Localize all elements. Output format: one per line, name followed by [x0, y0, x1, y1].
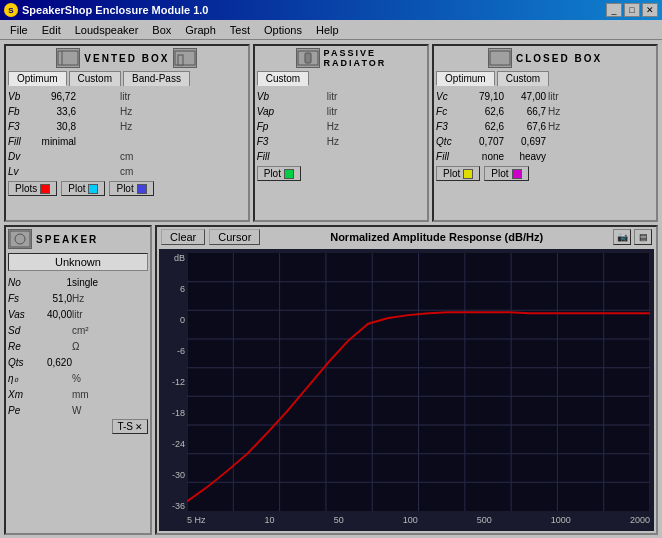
closed-tab-optimum[interactable]: Optimum: [436, 71, 495, 86]
vented-plot-btn-3[interactable]: Plot: [109, 181, 153, 196]
closed-row-qtc: Qtc 0,707 0,697: [436, 134, 654, 148]
title-bar-left: S SpeakerShop Enclosure Module 1.0: [4, 3, 208, 17]
vented-tab-custom[interactable]: Custom: [69, 71, 121, 86]
speaker-header: SPEAKER: [8, 229, 148, 249]
speaker-title: SPEAKER: [36, 234, 98, 245]
vented-opt-f3: 30,8: [36, 121, 78, 132]
closed-data: Vc 79,10 47,00 litr Fc 62,6 66,7 Hz F3 6…: [436, 89, 654, 163]
passive-radiator-panel: PASSIVERADIATOR Custom Vb litr Vap litr …: [253, 44, 429, 222]
vented-label-fb: Fb: [8, 106, 36, 117]
passive-data: Vb litr Vap litr Fp Hz F3 Hz: [257, 89, 425, 163]
menu-graph[interactable]: Graph: [179, 23, 222, 37]
closed-box-panel: CLOSED BOX Optimum Custom Vc 79,10 47,00…: [432, 44, 658, 222]
passive-plot-row: Plot: [257, 166, 425, 181]
y-label-n30: -30: [161, 470, 187, 480]
x-label-50: 50: [334, 515, 344, 525]
x-label-5hz: 5 Hz: [187, 515, 206, 525]
passive-plot-btn[interactable]: Plot: [257, 166, 301, 181]
title-bar: S SpeakerShop Enclosure Module 1.0 _ □ ✕: [0, 0, 662, 20]
passive-plot-color: [284, 169, 294, 179]
passive-tab-custom[interactable]: Custom: [257, 71, 309, 86]
closed-plot-btn-2[interactable]: Plot: [484, 166, 528, 181]
speaker-row-no: η₀ %: [8, 371, 148, 385]
app-icon: S: [4, 3, 18, 17]
x-label-100: 100: [403, 515, 418, 525]
x-label-1000: 1000: [551, 515, 571, 525]
closed-tab-custom[interactable]: Custom: [497, 71, 549, 86]
x-labels: 5 Hz 10 50 100 500 1000 2000: [187, 511, 650, 529]
graph-icons: 📷 ▤: [613, 229, 652, 245]
speaker-row-no: No 1 single: [8, 275, 148, 289]
passive-row-f3: F3 Hz: [257, 134, 425, 148]
vented-unit-lv: cm: [120, 166, 144, 177]
menu-edit[interactable]: Edit: [36, 23, 67, 37]
vented-box-tabs: Optimum Custom Band-Pass: [8, 71, 246, 86]
graph-settings-icon[interactable]: ▤: [634, 229, 652, 245]
closed-row-vc: Vc 79,10 47,00 litr: [436, 89, 654, 103]
vented-label-f3: F3: [8, 121, 36, 132]
vented-box-header: VENTED BOX: [8, 48, 246, 68]
vented-plot-btn-2[interactable]: Plot: [61, 181, 105, 196]
y-label-n36: -36: [161, 501, 187, 511]
cursor-button[interactable]: Cursor: [209, 229, 260, 245]
vented-box-icon: [56, 48, 80, 68]
ts-label: T-S: [117, 421, 133, 432]
main-content: VENTED BOX Optimum Custom Band-Pass Vb 9…: [0, 40, 662, 538]
graph-title: Normalized Amplitude Response (dB/Hz): [264, 231, 609, 243]
graph-svg: [187, 253, 650, 511]
svg-rect-3: [178, 55, 183, 65]
boxes-row: VENTED BOX Optimum Custom Band-Pass Vb 9…: [4, 44, 658, 222]
y-label-n24: -24: [161, 439, 187, 449]
menu-file[interactable]: File: [4, 23, 34, 37]
vented-row-fb: Fb 33,6 Hz: [8, 104, 246, 118]
x-label-10: 10: [265, 515, 275, 525]
graph-inner: [187, 253, 650, 511]
y-label-0: 0: [161, 315, 187, 325]
menu-box[interactable]: Box: [146, 23, 177, 37]
vented-unit-dv: cm: [120, 151, 144, 162]
vented-row-vb: Vb 96,72 litr: [8, 89, 246, 103]
ts-badge[interactable]: T-S ✕: [112, 419, 148, 434]
maximize-button[interactable]: □: [624, 3, 640, 17]
menu-options[interactable]: Options: [258, 23, 308, 37]
svg-point-8: [15, 234, 25, 244]
svg-rect-6: [490, 51, 510, 65]
closed-row-fc: Fc 62,6 66,7 Hz: [436, 104, 654, 118]
speaker-row-fs: Fs 51,0 Hz: [8, 291, 148, 305]
svg-rect-0: [58, 51, 78, 65]
menu-loudspeaker[interactable]: Loudspeaker: [69, 23, 145, 37]
vented-label-fill: Fill: [8, 136, 36, 147]
passive-tabs: Custom: [257, 71, 425, 86]
vented-label-vb: Vb: [8, 91, 36, 102]
graph-camera-icon[interactable]: 📷: [613, 229, 631, 245]
speaker-row-re: Re Ω: [8, 339, 148, 353]
bottom-row: SPEAKER Unknown No 1 single Fs 51,0 Hz V…: [4, 225, 658, 535]
vented-plot-color-1: [40, 184, 50, 194]
y-label-db: dB: [161, 253, 187, 263]
speaker-row-sd: Sd cm²: [8, 323, 148, 337]
menu-test[interactable]: Test: [224, 23, 256, 37]
closed-plot-row: Plot Plot: [436, 166, 654, 181]
y-labels: dB 6 0 -6 -12 -18 -24 -30 -36: [161, 253, 187, 511]
vented-opt-fb: 33,6: [36, 106, 78, 117]
vented-unit-f3: Hz: [120, 121, 144, 132]
vented-box-title: VENTED BOX: [84, 53, 169, 64]
minimize-button[interactable]: _: [606, 3, 622, 17]
closed-plot-color-1: [463, 169, 473, 179]
closed-plot-btn-1[interactable]: Plot: [436, 166, 480, 181]
clear-button[interactable]: Clear: [161, 229, 205, 245]
vented-row-fill: Fill minimal: [8, 134, 246, 148]
vented-opt-fill: minimal: [36, 136, 78, 147]
vented-tab-bandpass[interactable]: Band-Pass: [123, 71, 190, 86]
vented-row-lv: Lv cm: [8, 164, 246, 178]
passive-icon: [296, 48, 320, 68]
svg-rect-7: [10, 231, 30, 247]
speaker-row-pe: Pe W: [8, 403, 148, 417]
vented-tab-optimum[interactable]: Optimum: [8, 71, 67, 86]
menu-help[interactable]: Help: [310, 23, 345, 37]
svg-rect-5: [305, 53, 311, 63]
vented-plot-color-2: [88, 184, 98, 194]
vented-plot-btn-1[interactable]: Plots: [8, 181, 57, 196]
close-button[interactable]: ✕: [642, 3, 658, 17]
closed-row-fill: Fill none heavy: [436, 149, 654, 163]
